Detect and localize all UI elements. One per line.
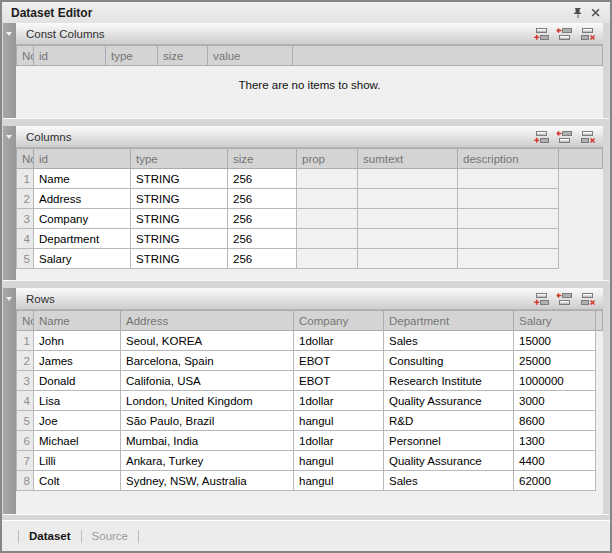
grid-cell[interactable]: Sales xyxy=(384,331,514,351)
grid-cell[interactable] xyxy=(458,229,559,249)
column-header[interactable]: prop xyxy=(297,149,358,169)
row-number[interactable]: 3 xyxy=(17,371,34,391)
grid-cell[interactable]: 1dollar xyxy=(294,331,384,351)
grid-cell[interactable]: Joe xyxy=(34,411,121,431)
close-button[interactable] xyxy=(586,5,604,21)
grid-cell[interactable]: 3000 xyxy=(514,391,596,411)
grid-cell[interactable]: Califonia, USA xyxy=(121,371,294,391)
grid-cell[interactable]: 1dollar xyxy=(294,431,384,451)
grid-cell[interactable] xyxy=(297,249,358,269)
grid-cell[interactable] xyxy=(297,229,358,249)
grid-cell[interactable] xyxy=(297,189,358,209)
tab-dataset[interactable]: Dataset xyxy=(29,530,71,542)
add-row-button[interactable] xyxy=(531,25,552,43)
delete-row-button[interactable] xyxy=(577,290,598,308)
grid-cell[interactable]: Donald xyxy=(34,371,121,391)
grid-cell[interactable]: John xyxy=(34,331,121,351)
grid-cell[interactable]: hangul xyxy=(294,411,384,431)
grid-cell[interactable] xyxy=(458,249,559,269)
grid-cell[interactable]: Consulting xyxy=(384,351,514,371)
add-row-button[interactable] xyxy=(531,128,552,146)
grid-cell[interactable]: STRING xyxy=(131,189,228,209)
row-number[interactable]: 7 xyxy=(17,451,34,471)
column-header[interactable]: size xyxy=(158,46,208,66)
column-header[interactable]: sumtext xyxy=(358,149,458,169)
row-number[interactable]: 5 xyxy=(17,249,34,269)
row-number[interactable]: 4 xyxy=(17,391,34,411)
grid-cell[interactable]: 4400 xyxy=(514,451,596,471)
grid-cell[interactable]: Sydney, NSW, Australia xyxy=(121,471,294,491)
column-header[interactable]: type xyxy=(106,46,158,66)
row-number[interactable]: 5 xyxy=(17,411,34,431)
grid-cell[interactable]: Sales xyxy=(384,471,514,491)
column-header[interactable]: Name xyxy=(34,311,121,331)
row-number[interactable]: 1 xyxy=(17,331,34,351)
grid-cell[interactable]: Ankara, Turkey xyxy=(121,451,294,471)
grid-cell[interactable]: R&D xyxy=(384,411,514,431)
grid-cell[interactable]: Seoul, KOREA xyxy=(121,331,294,351)
grid-cell[interactable]: Lilli xyxy=(34,451,121,471)
row-number[interactable]: 4 xyxy=(17,229,34,249)
grid-cell[interactable]: Department xyxy=(34,229,131,249)
grid-cell[interactable]: Company xyxy=(34,209,131,229)
grid-cell[interactable]: STRING xyxy=(131,169,228,189)
grid-cell[interactable]: 256 xyxy=(228,209,297,229)
column-header[interactable]: type xyxy=(131,149,228,169)
row-number[interactable]: 6 xyxy=(17,431,34,451)
add-row-button[interactable] xyxy=(531,290,552,308)
grid-cell[interactable]: Lisa xyxy=(34,391,121,411)
grid-cell[interactable]: Address xyxy=(34,189,131,209)
collapse-strip[interactable] xyxy=(3,23,16,118)
grid-cell[interactable] xyxy=(458,189,559,209)
grid-cell[interactable]: STRING xyxy=(131,249,228,269)
column-header[interactable]: Salary xyxy=(514,311,596,331)
grid-cell[interactable]: EBOT xyxy=(294,371,384,391)
grid-cell[interactable]: hangul xyxy=(294,451,384,471)
row-number[interactable]: 1 xyxy=(17,169,34,189)
grid-cell[interactable] xyxy=(458,169,559,189)
delete-row-button[interactable] xyxy=(577,128,598,146)
grid-cell[interactable]: 1300 xyxy=(514,431,596,451)
column-header[interactable]: No xyxy=(17,311,34,331)
grid-cell[interactable] xyxy=(458,209,559,229)
grid-cell[interactable]: São Paulo, Brazil xyxy=(121,411,294,431)
grid-cell[interactable] xyxy=(358,249,458,269)
grid-cell[interactable]: 15000 xyxy=(514,331,596,351)
grid-cell[interactable]: Personnel xyxy=(384,431,514,451)
grid-cell[interactable] xyxy=(358,169,458,189)
column-header[interactable]: Address xyxy=(121,311,294,331)
grid-cell[interactable]: STRING xyxy=(131,229,228,249)
column-header[interactable]: id xyxy=(34,149,131,169)
grid-cell[interactable]: Salary xyxy=(34,249,131,269)
grid-cell[interactable] xyxy=(297,209,358,229)
grid-cell[interactable]: EBOT xyxy=(294,351,384,371)
column-header[interactable]: No xyxy=(17,46,34,66)
row-number[interactable]: 3 xyxy=(17,209,34,229)
grid-cell[interactable]: 1000000 xyxy=(514,371,596,391)
grid-cell[interactable]: Mumbai, India xyxy=(121,431,294,451)
grid-cell[interactable]: 25000 xyxy=(514,351,596,371)
column-header[interactable]: value xyxy=(208,46,293,66)
column-header[interactable]: No xyxy=(17,149,34,169)
grid-cell[interactable]: STRING xyxy=(131,209,228,229)
grid-cell[interactable] xyxy=(358,209,458,229)
grid-cell[interactable]: 256 xyxy=(228,169,297,189)
grid-cell[interactable]: London, United Kingdom xyxy=(121,391,294,411)
grid-cell[interactable]: 256 xyxy=(228,249,297,269)
column-header[interactable]: id xyxy=(34,46,106,66)
grid-cell[interactable]: 256 xyxy=(228,189,297,209)
pin-button[interactable] xyxy=(568,5,586,21)
grid-cell[interactable]: Research Institute xyxy=(384,371,514,391)
row-number[interactable]: 8 xyxy=(17,471,34,491)
collapse-strip[interactable] xyxy=(3,288,16,514)
grid-cell[interactable]: Name xyxy=(34,169,131,189)
column-header[interactable]: Company xyxy=(294,311,384,331)
grid-cell[interactable] xyxy=(358,189,458,209)
grid-cell[interactable]: 62000 xyxy=(514,471,596,491)
grid-cell[interactable]: 256 xyxy=(228,229,297,249)
grid-cell[interactable] xyxy=(358,229,458,249)
column-header[interactable]: description xyxy=(458,149,559,169)
grid-cell[interactable]: Barcelona, Spain xyxy=(121,351,294,371)
insert-row-button[interactable] xyxy=(554,25,575,43)
insert-row-button[interactable] xyxy=(554,290,575,308)
